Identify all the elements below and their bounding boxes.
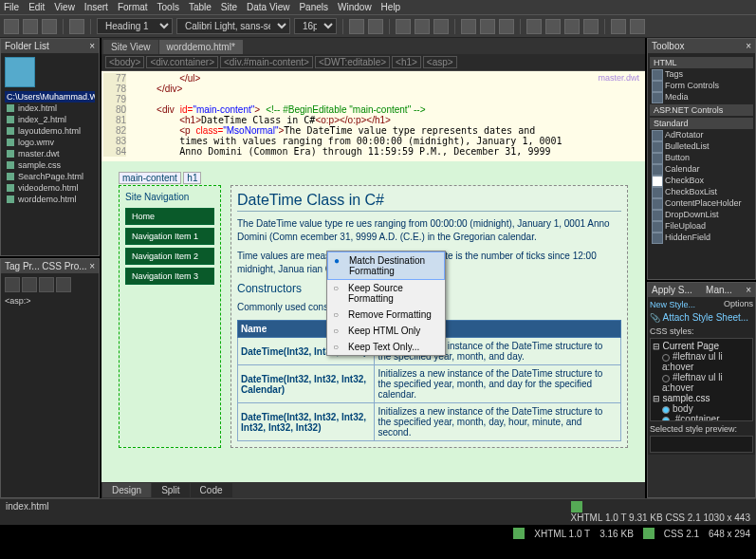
preview-icon[interactable] [69,19,84,34]
ctx-keep-source[interactable]: Keep Source Formatting [327,280,445,307]
list-ol-icon[interactable] [545,19,561,34]
css-rule[interactable]: #leftnav ul li a:hover [662,372,723,393]
font-select[interactable]: Calibri Light, sans-serif [176,18,290,34]
menu-dataview[interactable]: Data View [247,2,289,12]
open-icon[interactable] [23,19,38,34]
menu-site[interactable]: Site [221,2,237,12]
tab-worddemo[interactable]: worddemo.html* [159,40,243,54]
table-icon[interactable] [630,19,645,34]
manage-styles-tab[interactable]: Man... [706,285,732,295]
td-desc[interactable]: Initializes a new instance of the DateTi… [375,365,621,403]
group-aspnet[interactable]: ASP.NET Controls [650,104,753,116]
tool-tags[interactable]: Tags [650,68,753,80]
redo-icon[interactable] [368,19,383,34]
menu-insert[interactable]: Insert [84,2,108,12]
close-icon[interactable]: × [746,41,751,51]
file-item[interactable]: index.html [5,102,95,114]
ctx-remove-fmt[interactable]: Remove Formatting [327,307,445,323]
close-icon[interactable]: × [746,285,751,295]
status-dimensions[interactable]: 1030 x 443 [704,512,751,523]
tool-bulletedlist[interactable]: BulletedList [650,140,753,152]
css-rule[interactable]: .#container [673,414,719,421]
region-crumb[interactable]: main-content [119,172,181,184]
tool-checkbox[interactable]: CheckBox [650,175,753,186]
file-item[interactable]: videodemo.html [5,182,95,194]
css-rule[interactable]: body [673,403,693,414]
file-item[interactable]: master.dwt [5,148,95,159]
align-left-icon[interactable] [461,19,476,34]
tool-form-controls[interactable]: Form Controls [650,80,753,91]
page-title[interactable]: DateTime Class in C# [237,192,621,212]
tag-btn-icon[interactable] [56,277,71,292]
size-select[interactable]: 16pt [294,18,337,34]
outdent-icon[interactable] [564,19,580,34]
crumb-body[interactable]: <body> [105,56,144,68]
code-pane[interactable]: master.dwt77 </ul> 78 </div> 79 80 <div … [101,71,645,161]
align-right-icon[interactable] [499,19,514,34]
group-standard[interactable]: Standard [650,118,753,129]
crumb-h1[interactable]: <h1> [392,56,421,68]
tool-checkboxlist[interactable]: CheckBoxList [650,186,753,197]
file-item[interactable]: index_2.html [5,114,95,125]
nav-item-2[interactable]: Navigation Item 2 [125,248,214,265]
crumb-asp[interactable]: <asp> [423,56,457,68]
current-page-group[interactable]: ⊟ Current Page [653,341,750,351]
file-item[interactable]: logo.wmv [5,137,95,148]
crumb-main[interactable]: <div.#main-content> [220,56,313,68]
tag-btn-icon[interactable] [39,277,54,292]
menu-format[interactable]: Format [118,2,148,12]
menu-window[interactable]: Window [338,2,372,12]
crumb-container[interactable]: <div.container> [146,56,218,68]
menu-panels[interactable]: Panels [299,2,328,12]
download-icon[interactable] [513,528,525,539]
tag-btn-icon[interactable] [5,277,20,292]
close-icon[interactable]: × [89,41,95,51]
download-icon[interactable] [571,501,582,512]
options-dropdown[interactable]: Options [724,299,753,308]
sample-css-group[interactable]: ⊟ sample.css [653,393,750,403]
tool-dropdownlist[interactable]: DropDownList [650,209,753,220]
close-icon[interactable]: × [89,261,95,271]
tool-fileupload[interactable]: FileUpload [650,220,753,232]
tab-site-view[interactable]: Site View [103,40,158,54]
nav-home[interactable]: Home [125,208,214,225]
new-style-link[interactable]: New Style... [650,300,695,309]
td-name[interactable]: DateTime(Int32, Int32, Int32, Calendar) [238,365,375,403]
group-html[interactable]: HTML [650,57,753,68]
css-icon[interactable] [643,528,655,539]
save-icon[interactable] [42,19,57,34]
crumb-dwt[interactable]: <DWT:editable> [315,56,390,68]
css-props-tab[interactable]: CSS Pro... [42,261,86,271]
italic-icon[interactable] [415,19,430,34]
tool-adrotator[interactable]: AdRotator [650,129,753,140]
bold-icon[interactable] [396,19,411,34]
tool-calendar[interactable]: Calendar [650,163,753,175]
menu-view[interactable]: View [54,2,75,12]
menu-table[interactable]: Table [189,2,212,12]
list-ul-icon[interactable] [526,19,542,34]
tag-btn-icon[interactable] [22,277,37,292]
td-name[interactable]: DateTime(Int32, Int32, Int32, Int32, Int… [238,403,375,441]
menu-file[interactable]: File [4,2,19,12]
undo-icon[interactable] [349,19,364,34]
status-standard[interactable]: XHTML 1.0 T [571,512,627,523]
ctx-keep-text[interactable]: Keep Text Only... [327,339,445,355]
status-css[interactable]: CSS 2.1 [665,512,700,523]
css-rule[interactable]: #leftnav ul li a:hover [662,351,723,372]
view-code[interactable]: Code [191,483,232,497]
site-icon[interactable] [5,57,35,87]
nav-item-1[interactable]: Navigation Item 1 [125,228,214,245]
menu-tools[interactable]: Tools [157,2,179,12]
new-icon[interactable] [4,19,19,34]
menu-edit[interactable]: Edit [28,2,45,12]
ctx-keep-html[interactable]: Keep HTML Only [327,323,445,339]
ctx-match-dest[interactable]: Match Destination Formatting [327,252,445,280]
align-center-icon[interactable] [480,19,495,34]
indent-icon[interactable] [583,19,599,34]
style-select[interactable]: Heading 1 [97,18,173,34]
underline-icon[interactable] [433,19,449,34]
tool-hiddenfield[interactable]: HiddenField [650,232,753,243]
region-crumb[interactable]: h1 [183,172,201,184]
td-desc[interactable]: Initializes a new instance of the DateTi… [375,403,621,441]
file-item[interactable]: layoutdemo.html [5,125,95,137]
